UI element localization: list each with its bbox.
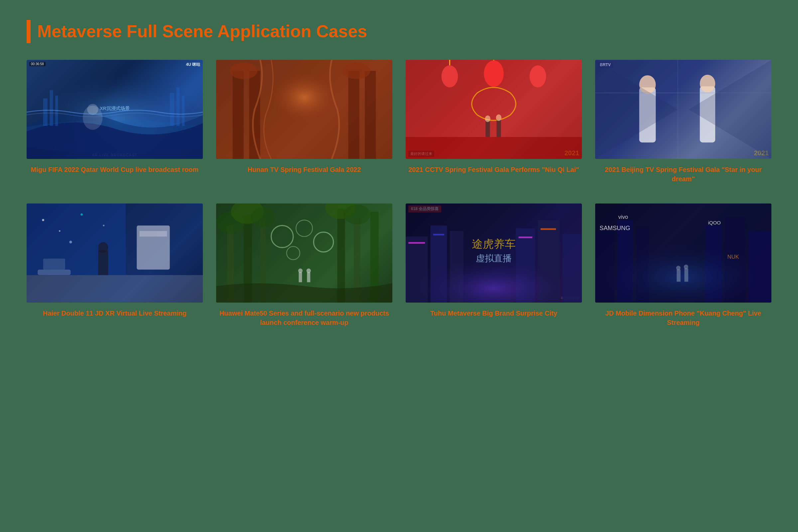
svg-rect-46: [140, 231, 167, 237]
svg-point-25: [485, 115, 491, 122]
svg-point-21: [484, 60, 504, 87]
header-accent-bar: [26, 20, 31, 43]
card-thumbnail-cctv[interactable]: 最好的请过来2021: [406, 60, 582, 159]
svg-rect-26: [496, 119, 501, 137]
card-label-cctv: 2021 CCTV Spring Festival Gala Performs …: [408, 165, 579, 174]
card-label-migu: Migu FIFA 2022 Qatar World Cup live broa…: [31, 165, 199, 174]
svg-rect-67: [299, 272, 302, 282]
svg-point-16: [343, 62, 370, 79]
svg-point-68: [298, 269, 303, 273]
card-label-jd: JD Mobile Dimension Phone "Kuang Cheng" …: [595, 308, 772, 327]
card-thumbnail-migu[interactable]: 00:36:584U 咪咕XR LIVE BROADCASTXR沉浸式场景: [26, 60, 203, 159]
svg-rect-7: [170, 93, 174, 126]
svg-rect-9: [182, 96, 185, 126]
svg-rect-4: [43, 98, 48, 126]
svg-rect-5: [50, 90, 53, 126]
card-thumbnail-beijing[interactable]: BRTV2021: [595, 60, 772, 159]
svg-rect-78: [408, 242, 425, 244]
svg-rect-14: [365, 71, 376, 159]
card-hunan: Hunan TV Spring Festival Gala 2022: [216, 60, 392, 184]
card-migu: 00:36:584U 咪咕XR LIVE BROADCASTXR沉浸式场景: [26, 60, 203, 184]
svg-rect-69: [307, 272, 310, 282]
card-huawei: Huawei Mate50 Series and full-scenario n…: [216, 204, 392, 327]
svg-rect-47: [98, 250, 108, 275]
svg-rect-81: [540, 228, 556, 230]
card-haier: Haier Double 11 JD XR Virtual Live Strea…: [26, 204, 203, 327]
svg-rect-13: [348, 71, 359, 159]
card-tuhu: 618 全品类惊喜4U 世优科技: [406, 204, 582, 327]
card-thumbnail-hunan[interactable]: [216, 60, 392, 159]
svg-rect-80: [519, 237, 532, 239]
svg-rect-39: [26, 204, 126, 275]
svg-rect-79: [433, 234, 444, 235]
svg-point-43: [103, 225, 104, 226]
svg-point-27: [496, 114, 502, 121]
svg-text:iQOO: iQOO: [708, 220, 721, 225]
svg-text:vivo: vivo: [619, 214, 628, 221]
svg-point-60: [251, 208, 275, 227]
card-label-hunan: Hunan TV Spring Festival Gala 2022: [247, 165, 361, 174]
svg-rect-12: [249, 71, 260, 159]
svg-rect-11: [233, 71, 244, 159]
svg-point-40: [42, 219, 44, 222]
svg-point-44: [69, 241, 72, 243]
card-label-tuhu: Tuhu Metaverse Big Brand Surprise City: [430, 308, 557, 318]
svg-rect-38: [26, 275, 203, 303]
svg-rect-98: [684, 269, 688, 282]
card-thumbnail-tuhu[interactable]: 618 全品类惊喜4U 世优科技: [406, 204, 582, 303]
svg-point-41: [59, 230, 60, 232]
card-label-beijing: 2021 Beijing TV Spring Festival Gala "St…: [595, 165, 772, 184]
svg-point-42: [80, 213, 83, 216]
svg-point-19: [441, 65, 458, 88]
svg-text:虚拟直播: 虚拟直播: [476, 253, 512, 263]
svg-point-15: [230, 62, 258, 79]
card-label-huawei: Huawei Mate50 Series and full-scenario n…: [216, 308, 392, 327]
svg-rect-8: [176, 88, 180, 126]
page-title: Metaverse Full Scene Application Cases: [37, 22, 367, 41]
svg-text:途虎养车: 途虎养车: [472, 238, 516, 250]
page-header: Metaverse Full Scene Application Cases: [26, 20, 772, 43]
card-jd: SAMSUNG vivo iQOO NUK JD Mobile Dimensio…: [595, 204, 772, 327]
cards-grid-row1: 00:36:584U 咪咕XR LIVE BROADCASTXR沉浸式场景: [26, 60, 772, 184]
svg-point-32: [700, 75, 715, 92]
svg-point-48: [98, 242, 108, 253]
svg-rect-96: [677, 270, 681, 282]
card-thumbnail-haier[interactable]: [26, 204, 203, 303]
svg-point-62: [344, 205, 370, 225]
svg-text:SAMSUNG: SAMSUNG: [600, 225, 630, 231]
card-beijing: BRTV2021 2021 Beijing TV Spring Festival…: [595, 60, 772, 184]
card-label-haier: Haier Double 11 JD XR Virtual Live Strea…: [43, 308, 187, 318]
svg-point-70: [307, 269, 311, 273]
cards-grid-row2: Haier Double 11 JD XR Virtual Live Strea…: [26, 204, 772, 327]
svg-rect-24: [486, 120, 490, 137]
svg-rect-50: [43, 259, 65, 270]
card-cctv: 最好的请过来2021 2021 CCTV Spring Festival G: [406, 60, 582, 184]
svg-point-99: [684, 265, 688, 269]
card-thumbnail-jd[interactable]: SAMSUNG vivo iQOO NUK: [595, 204, 772, 303]
svg-text:NUK: NUK: [727, 254, 739, 260]
svg-point-97: [676, 266, 680, 270]
svg-point-23: [530, 65, 546, 88]
svg-point-3: [87, 104, 98, 115]
svg-rect-49: [38, 270, 71, 275]
card-thumbnail-huawei[interactable]: [216, 204, 392, 303]
